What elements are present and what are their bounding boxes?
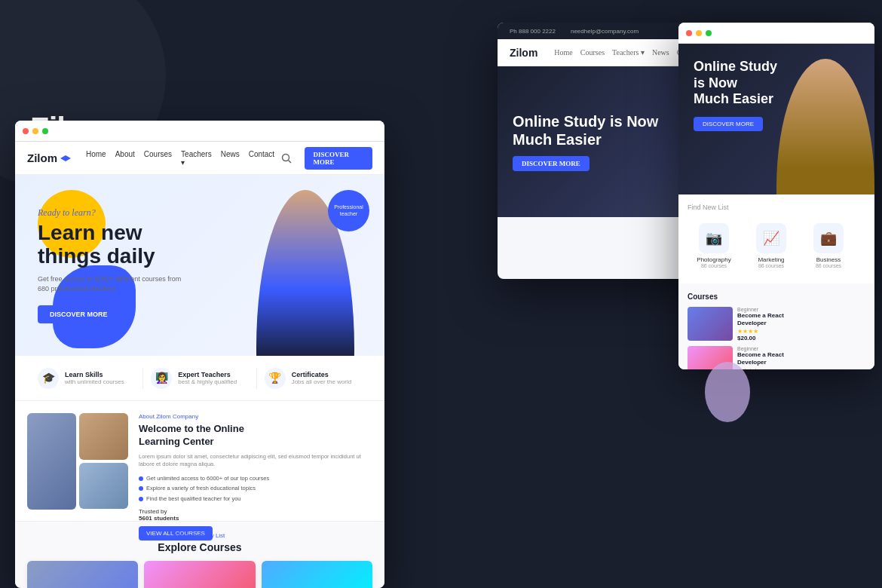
search-icon[interactable] (280, 152, 292, 165)
back-cta-btn[interactable]: DISCOVER MORE (513, 156, 590, 171)
front-nav-teachers: Teachers ▾ (181, 150, 212, 167)
about-image-3 (79, 463, 128, 510)
back-hero-text: Online Study is NowMuch Easier DISCOVER … (513, 112, 658, 171)
right-hero-title: Online Studyis NowMuch Easier (694, 59, 859, 108)
right-hero: Online Studyis NowMuch Easier DISCOVER M… (678, 44, 874, 194)
hero-title: Learn newthings daily (38, 222, 369, 268)
front-nav-courses: Courses (144, 150, 172, 167)
courses-title: Explore Courses (27, 541, 372, 553)
about-check-3: Find the best qualified teacher for you (139, 494, 372, 504)
front-features-bar: 🎓 Learn Skills with unlimited courses 👩‍… (15, 356, 384, 401)
back-nav-courses: Courses (580, 48, 605, 57)
course-card-2: Beginner Become a React Developer ★★★★★ … (144, 561, 255, 588)
about-desc: Lorem ipsum dolor sit amet, consectetur … (139, 453, 372, 469)
right-cta-btn[interactable]: DISCOVER MORE (694, 117, 763, 131)
dot-green (706, 30, 712, 36)
expert-teachers-icon: 👩‍🏫 (151, 368, 172, 389)
svg-point-11 (282, 154, 289, 161)
about-label: About Zilom Company (139, 413, 372, 420)
back-phone: Ph 888 000 2222 (510, 28, 556, 35)
about-trusted: Trusted by5601 students (139, 508, 372, 522)
lilac-blob (705, 362, 750, 422)
about-checks: Get unlimited access to 6000+ of our top… (139, 473, 372, 504)
cat-name-business: Business (805, 256, 852, 263)
back-nav-home: Home (554, 48, 572, 57)
about-images (27, 413, 128, 509)
front-site-nav: Zilom Home About Courses Teachers ▾ News… (15, 142, 384, 175)
feature-learn-skills-text: Learn Skills with unlimited courses (65, 371, 124, 385)
about-check-2: Explore a variety of fresh educational t… (139, 483, 372, 494)
front-browser-bar (15, 121, 384, 142)
front-nav-news: News (221, 150, 240, 167)
right-course-badge-2: Beginner (737, 346, 865, 351)
dot-red (686, 30, 692, 36)
cat-item-photography: 📷 Photography 86 courses (688, 217, 740, 274)
feature-expert-teachers-text: Expert Teachers best & highly qualified (178, 371, 237, 385)
about-title: Welcome to the OnlineLearning Center (139, 423, 372, 449)
right-course-name-2: Become a ReactDeveloper (737, 351, 865, 367)
courses-grid: Beginner Become a React Developer ★★★★★ … (27, 561, 372, 588)
hero-content: Ready to learn? Learn newthings daily Ge… (15, 192, 384, 338)
certificates-icon: 🏆 (265, 368, 286, 389)
cat-icon-photography: 📷 (699, 223, 729, 253)
feature-expert-teachers-sub: best & highly qualified (178, 378, 237, 385)
course-card-1: Beginner Become a React Developer ★★★★★ … (27, 561, 138, 588)
about-images-col2 (79, 413, 128, 509)
feature-expert-teachers-title: Expert Teachers (178, 371, 237, 378)
check-dot-3 (139, 497, 143, 501)
front-about: About Zilom Company Welcome to the Onlin… (15, 401, 384, 522)
svg-line-12 (288, 160, 291, 163)
front-nav-discover-btn[interactable]: DISCOVER MORE (305, 147, 372, 170)
right-categories: Find New List 📷 Photography 86 courses 📈… (678, 194, 874, 283)
cat-count-business: 86 courses (805, 263, 852, 268)
cat-grid: 📷 Photography 86 courses 📈 Marketing 86 … (688, 217, 865, 274)
about-check-1: Get unlimited access to 6000+ of our top… (139, 473, 372, 484)
feature-learn-skills-title: Learn Skills (65, 371, 124, 378)
cat-count-marketing: 86 courses (748, 263, 795, 268)
feature-certificates-title: Certificates (292, 371, 352, 378)
hero-discover-btn[interactable]: DISCOVER MORE (38, 305, 120, 323)
cat-count-photography: 86 courses (691, 263, 737, 268)
hero-ready-text: Ready to learn? (38, 207, 369, 219)
front-nav-home: Home (86, 150, 106, 167)
screenshot-front: Zilom Home About Courses Teachers ▾ News… (15, 121, 384, 588)
feature-expert-teachers: 👩‍🏫 Expert Teachers best & highly qualif… (143, 368, 256, 389)
course-thumb-2 (144, 561, 255, 588)
front-dot-green (42, 128, 48, 134)
course-card-3: Beginner Become a React Developer ★★★★★ … (262, 561, 372, 588)
hero-subtitle: Get free access to 6000+ different cours… (38, 274, 369, 295)
right-browser-bar (678, 23, 874, 44)
front-dot-red (23, 128, 29, 134)
cat-item-marketing: 📈 Marketing 86 courses (745, 217, 798, 274)
about-image-1 (27, 413, 76, 510)
cat-item-business: 💼 Business 86 courses (802, 217, 855, 274)
dot-yellow (696, 30, 702, 36)
back-nav-news: News (652, 48, 669, 57)
learn-skills-icon: 🎓 (38, 368, 59, 389)
right-course-stars-1: ★★★★ (737, 328, 865, 335)
course-thumb-3 (262, 561, 372, 588)
feature-certificates-sub: Jobs all over the world (292, 378, 352, 385)
categories-title: Find New List (688, 204, 865, 211)
right-course-thumb-1 (688, 307, 733, 341)
course-thumb-1 (27, 561, 138, 588)
right-course-row-1: Beginner Become a ReactDeveloper ★★★★ $2… (688, 307, 865, 341)
check-dot-1 (139, 476, 143, 481)
back-hero-title: Online Study is NowMuch Easier (513, 112, 658, 149)
right-course-info-2: Beginner Become a ReactDeveloper ★★★★ $2… (737, 346, 865, 369)
feature-learn-skills-sub: with unlimited courses (65, 378, 124, 385)
right-course-price-1: $20.00 (737, 335, 865, 341)
right-hero-text: Online Studyis NowMuch Easier DISCOVER M… (694, 59, 859, 131)
front-nav-about: About (115, 150, 135, 167)
cat-name-marketing: Marketing (748, 256, 795, 263)
cat-icon-business: 💼 (813, 223, 844, 253)
cat-name-photography: Photography (691, 256, 737, 263)
front-dot-yellow (32, 128, 38, 134)
right-courses-title: Courses (688, 292, 865, 301)
front-nav-links: Home About Courses Teachers ▾ News Conta… (86, 150, 274, 167)
feature-certificates: 🏆 Certificates Jobs all over the world (257, 368, 369, 389)
right-course-badge-1: Beginner (737, 307, 865, 312)
right-course-stars-2: ★★★★ (737, 367, 865, 369)
back-nav-teachers: Teachers ▾ (612, 48, 645, 57)
cat-icon-marketing: 📈 (756, 223, 786, 253)
